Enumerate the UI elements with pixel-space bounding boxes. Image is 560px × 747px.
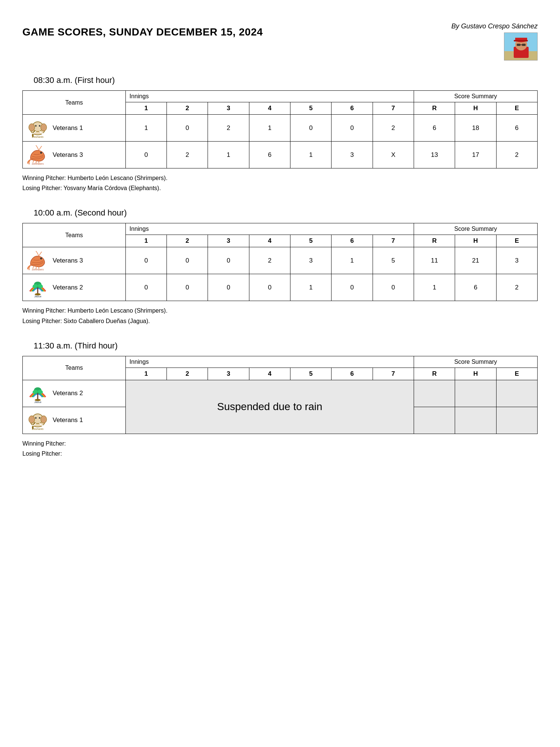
svg-point-12 — [29, 124, 35, 131]
table-row-0: Elephants Veterans 110210026186 — [23, 115, 538, 142]
inning-cell-1-4: 1 — [290, 274, 332, 301]
table-row-0: Shrimpers Veterans 3000231511213 — [23, 247, 538, 274]
svg-point-13 — [41, 124, 47, 131]
inning-cell-1-6: 0 — [373, 274, 414, 301]
svg-rect-8 — [522, 44, 526, 46]
inning-header-3: 3 — [208, 102, 249, 115]
inning-cell-0-5: 1 — [332, 247, 373, 274]
inning-cell-1-6: X — [373, 142, 414, 168]
summary-cell-0-0: 6 — [414, 115, 455, 142]
team-cell-1: Elephants Veterans 1 — [25, 410, 124, 431]
winning-pitcher-0: Winning Pitcher: Humberto León Lescano (… — [22, 173, 538, 183]
team-name-0: Veterans 3 — [53, 257, 83, 264]
pitcher-info-1: Winning Pitcher: Humberto León Lescano (… — [22, 306, 538, 326]
inning-cell-0-3: 2 — [249, 247, 290, 274]
inning-cell-1-5: 3 — [332, 142, 373, 168]
svg-text:Elephants: Elephants — [32, 136, 44, 138]
winning-pitcher-2: Winning Pitcher: — [22, 438, 538, 449]
page-header: GAME SCORES, SUNDAY DECEMBER 15, 2024 By… — [22, 22, 538, 61]
summary-header-H: H — [455, 102, 496, 115]
col-header-innings: Innings — [125, 91, 414, 102]
summary-cell-0-2: 6 — [496, 115, 537, 142]
inning-header-1: 1 — [125, 235, 167, 247]
svg-point-14 — [35, 125, 37, 127]
team-logo-elephants: Elephants — [27, 410, 49, 431]
team-logo-jagua: Jagua — [27, 277, 49, 298]
team-logo-jagua: Jagua — [27, 383, 49, 404]
summary-cell-1-1 — [455, 407, 496, 434]
team-name-1: Veterans 1 — [53, 416, 83, 424]
svg-text:Jagua: Jagua — [34, 295, 41, 297]
inning-cell-0-3: 1 — [249, 115, 290, 142]
inning-cell-0-6: 2 — [373, 115, 414, 142]
summary-cell-0-0: 11 — [414, 247, 455, 274]
summary-cell-1-2: 2 — [496, 274, 537, 301]
summary-header-E: E — [496, 235, 537, 247]
inning-cell-0-0: 1 — [125, 115, 167, 142]
inning-header-7: 7 — [373, 235, 414, 247]
summary-cell-0-1 — [455, 380, 496, 407]
col-header-teams: Teams — [23, 91, 126, 115]
summary-cell-0-2: 3 — [496, 247, 537, 274]
inning-cell-1-2: 1 — [208, 142, 249, 168]
author-byline: By Gustavo Crespo Sánchez — [451, 22, 538, 30]
inning-header-5: 5 — [290, 102, 332, 115]
summary-cell-0-1: 18 — [455, 115, 496, 142]
inning-cell-0-2: 0 — [208, 247, 249, 274]
team-logo-shrimpers: Shrimpers — [27, 145, 49, 165]
svg-point-42 — [41, 416, 47, 423]
inning-header-3: 3 — [208, 368, 249, 380]
inning-header-1: 1 — [125, 102, 167, 115]
col-header-innings: Innings — [125, 356, 414, 368]
svg-text:Shrimpers: Shrimpers — [32, 162, 44, 165]
summary-cell-1-2 — [496, 407, 537, 434]
inning-cell-0-2: 2 — [208, 115, 249, 142]
svg-text:Shrimpers: Shrimpers — [32, 268, 44, 270]
col-header-summary: Score Summary — [414, 223, 537, 235]
losing-pitcher-2: Losing Pitcher: — [22, 449, 538, 459]
game-section-1: 10:00 a.m. (Second hour)TeamsInningsScor… — [22, 208, 538, 326]
team-cell-1: Jagua Veterans 2 — [25, 277, 124, 298]
author-photo — [504, 32, 538, 61]
inning-cell-1-1: 2 — [167, 142, 208, 168]
inning-header-4: 4 — [249, 102, 290, 115]
inning-cell-1-1: 0 — [167, 274, 208, 301]
summary-cell-1-0 — [414, 407, 455, 434]
inning-header-4: 4 — [249, 368, 290, 380]
summary-header-R: R — [414, 102, 455, 115]
col-header-summary: Score Summary — [414, 356, 537, 368]
summary-cell-1-2: 2 — [496, 142, 537, 168]
col-header-teams: Teams — [23, 356, 126, 380]
inning-cell-1-4: 1 — [290, 142, 332, 168]
team-logo-elephants: Elephants — [27, 118, 49, 138]
summary-header-H: H — [455, 235, 496, 247]
svg-text:Elephants: Elephants — [32, 428, 44, 430]
game-time-1: 10:00 a.m. (Second hour) — [34, 208, 538, 218]
svg-point-43 — [35, 417, 37, 419]
inning-header-6: 6 — [332, 368, 373, 380]
inning-cell-0-5: 0 — [332, 115, 373, 142]
inning-cell-1-2: 0 — [208, 274, 249, 301]
svg-point-17 — [40, 152, 42, 154]
game-section-0: 08:30 a.m. (First hour)TeamsInningsScore… — [22, 75, 538, 193]
inning-header-4: 4 — [249, 235, 290, 247]
table-row-1: Shrimpers Veterans 3021613X13172 — [23, 142, 538, 168]
col-header-teams: Teams — [23, 223, 126, 247]
score-table-0: TeamsInningsScore Summary1234567RHE Elep… — [22, 90, 538, 168]
team-cell-1: Shrimpers Veterans 3 — [25, 145, 124, 165]
team-logo-shrimpers: Shrimpers — [27, 250, 49, 271]
summary-header-H: H — [455, 368, 496, 380]
svg-point-41 — [29, 416, 35, 423]
inning-cell-0-4: 3 — [290, 247, 332, 274]
inning-cell-1-0: 0 — [125, 142, 167, 168]
inning-cell-0-4: 0 — [290, 115, 332, 142]
inning-header-7: 7 — [373, 102, 414, 115]
inning-header-2: 2 — [167, 102, 208, 115]
summary-cell-1-0: 13 — [414, 142, 455, 168]
summary-cell-1-1: 17 — [455, 142, 496, 168]
svg-rect-6 — [514, 40, 528, 41]
svg-point-22 — [40, 257, 42, 259]
inning-header-5: 5 — [290, 235, 332, 247]
score-table-1: TeamsInningsScore Summary1234567RHE Shri… — [22, 223, 538, 301]
col-header-summary: Score Summary — [414, 91, 537, 102]
